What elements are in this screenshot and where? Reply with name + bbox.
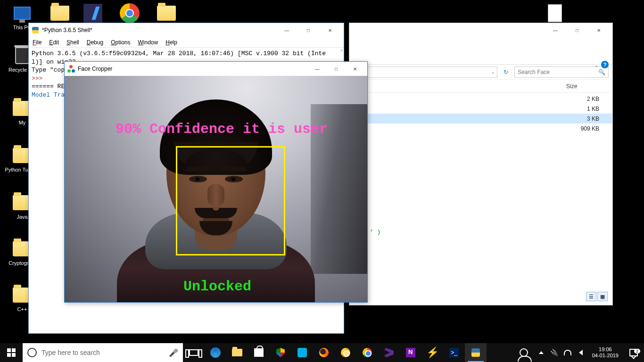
text-file-icon <box>548 4 562 22</box>
people-icon <box>520 348 528 357</box>
close-button[interactable]: ✕ <box>346 62 364 76</box>
tray-wifi[interactable] <box>561 343 574 362</box>
file-row[interactable]: 2 KB <box>349 94 612 104</box>
menu-file[interactable]: File <box>33 39 41 46</box>
taskbar-app-chrome[interactable] <box>356 343 378 362</box>
explorer-titlebar[interactable]: — □ ✕ <box>349 23 612 37</box>
volume-icon <box>579 350 583 355</box>
people-button[interactable] <box>513 348 535 357</box>
taskbar-apps: ⚡ >_ <box>205 343 487 362</box>
taskbar-app-file-explorer[interactable] <box>226 343 248 362</box>
taskbar: Type here to search 🎤 ⚡ >_ 🔌 19:06 04-01… <box>0 343 644 362</box>
action-center-button[interactable]: 2 <box>623 349 644 356</box>
taskbar-app-edge[interactable] <box>205 343 226 362</box>
tray-volume[interactable] <box>574 343 587 362</box>
scroll-up-icon[interactable]: ^ <box>340 49 343 55</box>
status-label: Unlocked <box>183 279 251 295</box>
idle-titlebar[interactable]: *Python 3.6.5 Shell* — □ ✕ <box>29 23 344 37</box>
address-dropdown-icon[interactable]: ⌄ <box>491 70 495 74</box>
menu-shell[interactable]: Shell <box>66 39 79 46</box>
ribbon-collapse-icon[interactable]: ⌄ <box>594 63 598 68</box>
menu-edit[interactable]: Edit <box>49 39 59 46</box>
desktop-icon-chrome[interactable] <box>112 4 147 25</box>
tray-battery[interactable]: 🔌 <box>548 343 561 362</box>
recycle-bin-icon <box>15 47 29 64</box>
menu-window[interactable]: Window <box>138 39 158 46</box>
view-icons-button[interactable]: ▦ <box>597 292 608 301</box>
file-row[interactable]: 909 KB <box>349 123 612 133</box>
desktop-icon-vscode[interactable] <box>75 4 110 25</box>
taskbar-app-firefox[interactable] <box>313 343 335 362</box>
folder-icon <box>50 6 69 21</box>
chrome-canary-icon <box>341 348 350 357</box>
explorer-body: 2 KB 1 KB 3 KB 909 KB <box>349 93 612 272</box>
taskbar-app-photoshop[interactable] <box>291 343 313 362</box>
cortana-icon <box>23 343 41 362</box>
chrome-icon <box>363 348 372 357</box>
tray-overflow[interactable] <box>535 343 548 362</box>
taskbar-app-chrome-canary[interactable] <box>335 343 356 362</box>
desktop-icon-textfile[interactable] <box>537 4 572 25</box>
desktop-icon-folder-top[interactable] <box>42 4 77 25</box>
file-row[interactable]: 1 KB <box>349 104 612 114</box>
maximize-button[interactable]: □ <box>566 23 588 37</box>
face-bounding-box <box>176 146 285 255</box>
view-details-button[interactable]: ☰ <box>586 292 596 301</box>
column-size[interactable]: Size <box>566 83 609 90</box>
taskbar-app-visual-studio[interactable] <box>378 343 400 362</box>
opencv-icon <box>67 65 75 73</box>
start-button[interactable] <box>0 343 23 362</box>
background-code-fragment: ' ) <box>370 229 380 236</box>
search-icon: 🔍 <box>598 69 605 75</box>
taskbar-search[interactable]: Type here to search 🎤 <box>23 343 183 362</box>
explorer-column-headers[interactable]: Size <box>349 80 612 93</box>
visual-studio-icon <box>384 348 394 357</box>
maximize-button[interactable]: □ <box>327 62 346 76</box>
taskbar-app-onenote[interactable] <box>400 343 421 362</box>
taskbar-clock[interactable]: 19:06 04-01-2019 <box>587 346 623 359</box>
close-button[interactable]: ✕ <box>319 23 341 37</box>
explorer-view-switcher: ☰ ▦ <box>586 292 608 301</box>
onenote-icon <box>406 348 415 357</box>
notification-count: 2 <box>634 349 640 354</box>
explorer-search-input[interactable]: Search Face 🔍 <box>514 66 609 78</box>
chrome-icon <box>120 3 140 23</box>
idle-icon <box>471 347 481 358</box>
file-row[interactable]: 3 KB <box>349 114 612 123</box>
minimize-button[interactable]: — <box>276 23 297 37</box>
taskbar-app-powershell[interactable]: >_ <box>443 343 465 362</box>
search-placeholder: Search Face <box>518 69 550 75</box>
store-icon <box>254 348 264 357</box>
menu-help[interactable]: Help <box>165 39 177 46</box>
taskbar-app-store[interactable] <box>248 343 270 362</box>
refresh-button[interactable]: ↻ <box>500 66 512 78</box>
task-view-button[interactable] <box>183 349 205 356</box>
wifi-icon <box>564 350 571 355</box>
idle-icon <box>32 27 39 33</box>
close-button[interactable]: ✕ <box>588 23 610 37</box>
clock-time: 19:06 <box>592 346 619 353</box>
facecropper-titlebar[interactable]: Face Cropper — □ ✕ <box>65 62 367 76</box>
system-tray: 🔌 19:06 04-01-2019 2 <box>513 343 644 362</box>
menu-debug[interactable]: Debug <box>87 39 103 46</box>
taskbar-app-idle[interactable] <box>465 343 487 362</box>
help-icon[interactable]: ? <box>601 61 609 68</box>
maximize-button[interactable]: □ <box>297 23 319 37</box>
minimize-button[interactable]: — <box>308 62 327 76</box>
microphone-icon[interactable]: 🎤 <box>164 348 183 357</box>
explorer-ribbon <box>349 37 612 65</box>
desktop-icon-folder-2[interactable] <box>149 4 184 25</box>
edge-icon <box>210 347 221 358</box>
menu-options[interactable]: Options <box>111 39 130 46</box>
console-prompt: >>> <box>32 75 42 82</box>
idle-title: *Python 3.6.5 Shell* <box>42 27 276 33</box>
pc-icon <box>14 7 31 20</box>
bolt-icon: ⚡ <box>426 346 439 359</box>
taskbar-app-thunder[interactable]: ⚡ <box>421 343 443 362</box>
idle-menubar: File Edit Shell Debug Options Window Hel… <box>29 37 344 48</box>
address-bar[interactable]: ⌄ <box>353 66 497 78</box>
minimize-button[interactable]: — <box>545 23 566 37</box>
taskbar-app-security[interactable] <box>270 343 291 362</box>
chevron-up-icon <box>539 351 544 354</box>
powershell-icon: >_ <box>449 348 459 357</box>
